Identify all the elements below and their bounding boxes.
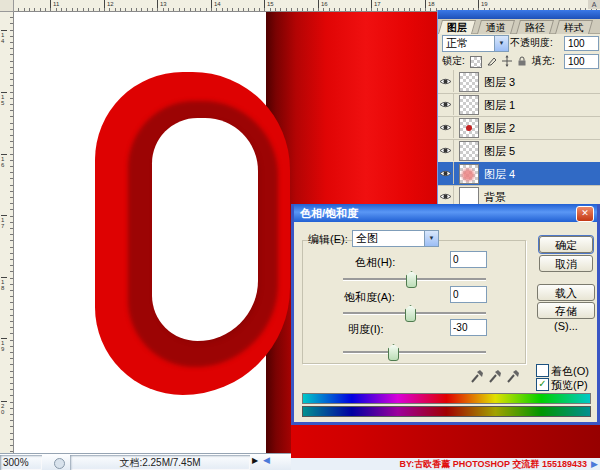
- chevron-down-icon[interactable]: ▼: [494, 36, 508, 51]
- layer-row[interactable]: 图层 2: [438, 116, 600, 140]
- cancel-button[interactable]: 取消: [539, 255, 593, 272]
- eyedropper-icon[interactable]: [470, 367, 486, 384]
- edit-select[interactable]: 全图 ▼: [352, 230, 439, 247]
- tab-channels[interactable]: 通道: [477, 20, 515, 34]
- layer-thumbnail[interactable]: [459, 118, 479, 138]
- eyedropper-plus-icon[interactable]: [488, 367, 504, 384]
- saturation-input[interactable]: [450, 286, 487, 303]
- tab-layers[interactable]: 图层: [438, 20, 476, 34]
- mug-handle-artwork: [95, 72, 290, 395]
- tab-paths[interactable]: 路径: [516, 20, 554, 34]
- fill-label: 填充:: [532, 53, 555, 68]
- photoshop-window: 11 12 13 14 15 16 17 18 19 14 15 16 17 1…: [0, 0, 600, 470]
- save-button[interactable]: 存储(S)...: [537, 302, 595, 319]
- ok-button[interactable]: 确定: [539, 236, 593, 253]
- status-circle-icon: [54, 458, 65, 469]
- layer-name: 图层 5: [484, 144, 515, 159]
- visibility-toggle[interactable]: [438, 70, 454, 92]
- ruler-label: 14: [211, 0, 221, 10]
- ruler-label: 19: [1, 338, 7, 352]
- ruler-label: 12: [104, 0, 114, 10]
- lock-label: 锁定:: [442, 53, 465, 68]
- lightness-slider-track[interactable]: [343, 351, 486, 353]
- blend-mode-row: 正常 ▼ 不透明度: 100: [438, 35, 600, 52]
- opacity-input[interactable]: 100: [564, 36, 599, 51]
- layers-panel-titlebar[interactable]: [438, 10, 600, 19]
- hue-saturation-dialog: 色相/饱和度 ✕ 编辑(E): 全图 ▼ 色相(H): 饱和度(A): 明度(I…: [291, 204, 600, 425]
- mug-artwork-bottom: [291, 425, 600, 458]
- dialog-title: 色相/饱和度: [300, 207, 358, 219]
- chevron-down-icon[interactable]: ▼: [424, 231, 438, 246]
- mug-handle-hole: [152, 118, 258, 341]
- document-size-readout[interactable]: 文档:2.25M/7.45M: [70, 455, 250, 470]
- lightness-label: 明度(I):: [348, 322, 383, 337]
- forward-arrow-icon: ▶: [591, 458, 598, 470]
- adjustment-group-box: [302, 240, 526, 364]
- layers-panel-tabs: 图层 通道 路径 样式: [438, 19, 600, 34]
- saturation-label: 饱和度(A):: [344, 290, 395, 305]
- ruler-label: 11: [50, 0, 59, 10]
- layer-thumbnail[interactable]: [459, 95, 479, 115]
- ruler-label: 19: [478, 0, 488, 10]
- ruler-label: 15: [264, 0, 274, 10]
- status-menu-arrow-icon[interactable]: ▶: [252, 456, 258, 465]
- layer-row-selected[interactable]: 图层 4: [438, 162, 600, 186]
- layer-list: 图层 3 图层 1 图层 2 图层 5 图层 4: [438, 70, 600, 205]
- layer-row[interactable]: 图层 1: [438, 93, 600, 117]
- layer-name: 图层 1: [484, 98, 515, 113]
- layers-panel: 图层 通道 路径 样式 正常 ▼ 不透明度: 100 锁定: 填充: 1: [437, 10, 600, 205]
- visibility-toggle[interactable]: [438, 93, 454, 115]
- hue-spectrum-bar-top: [302, 393, 591, 404]
- window-corner-badge: A: [588, 0, 600, 9]
- lightness-input[interactable]: [450, 319, 487, 336]
- edit-label: 编辑(E):: [308, 232, 348, 247]
- zoom-level-input[interactable]: 300%: [0, 455, 42, 470]
- ruler-label: 17: [1, 215, 7, 229]
- lock-paint-icon[interactable]: [486, 55, 501, 67]
- ruler-label: 18: [425, 0, 435, 10]
- layer-thumbnail[interactable]: [459, 72, 479, 92]
- ruler-label: 17: [371, 0, 381, 10]
- watermark-text: BY:古欧香薰 PHOTOSHOP 交流群 155189433 ▶: [291, 458, 600, 470]
- blend-mode-select[interactable]: 正常 ▼: [442, 35, 509, 52]
- fill-input[interactable]: 100: [564, 54, 599, 69]
- ruler-label: 16: [318, 0, 328, 10]
- layer-name: 背景: [484, 190, 506, 205]
- visibility-toggle[interactable]: [438, 139, 454, 161]
- layer-row[interactable]: 图层 5: [438, 139, 600, 163]
- load-button[interactable]: 载入(L)...: [537, 284, 595, 301]
- preview-checkbox[interactable]: ✓: [536, 378, 549, 391]
- dialog-titlebar[interactable]: 色相/饱和度 ✕: [294, 204, 597, 222]
- hue-input[interactable]: [450, 251, 487, 268]
- lock-transparency-icon[interactable]: [470, 56, 482, 68]
- layer-name: 图层 3: [484, 75, 515, 90]
- ruler-label: 20: [1, 401, 7, 415]
- preview-label: 预览(P): [551, 378, 588, 393]
- hue-spectrum-bar-bottom: [302, 406, 591, 417]
- blend-mode-value: 正常: [446, 37, 468, 49]
- layer-row[interactable]: 图层 3: [438, 70, 600, 94]
- lock-all-icon[interactable]: [516, 55, 531, 67]
- edit-select-value: 全图: [356, 232, 378, 244]
- opacity-label: 不透明度:: [510, 35, 553, 50]
- hue-label: 色相(H):: [355, 255, 395, 270]
- layer-thumbnail[interactable]: [459, 141, 479, 161]
- colorize-checkbox[interactable]: [536, 364, 549, 377]
- ruler-label: 13: [157, 0, 167, 10]
- visibility-toggle[interactable]: [438, 162, 454, 184]
- ruler-corner: [0, 0, 14, 12]
- visibility-toggle[interactable]: [438, 116, 454, 138]
- eyedropper-minus-icon[interactable]: [506, 367, 522, 384]
- layer-name: 图层 2: [484, 121, 515, 136]
- lock-row: 锁定: 填充: 100: [438, 53, 600, 70]
- tab-styles[interactable]: 样式: [555, 20, 593, 34]
- ruler-vertical: 14 15 16 17 18 19 20: [0, 11, 14, 453]
- layer-name: 图层 4: [484, 167, 515, 182]
- ruler-label: 18: [1, 277, 7, 291]
- lock-move-icon[interactable]: [501, 55, 516, 67]
- ruler-label: 16: [1, 154, 7, 168]
- layer-thumbnail[interactable]: [459, 164, 479, 184]
- colorize-label: 着色(O): [551, 364, 589, 379]
- close-icon[interactable]: ✕: [576, 206, 594, 222]
- ruler-label: 14: [1, 30, 7, 44]
